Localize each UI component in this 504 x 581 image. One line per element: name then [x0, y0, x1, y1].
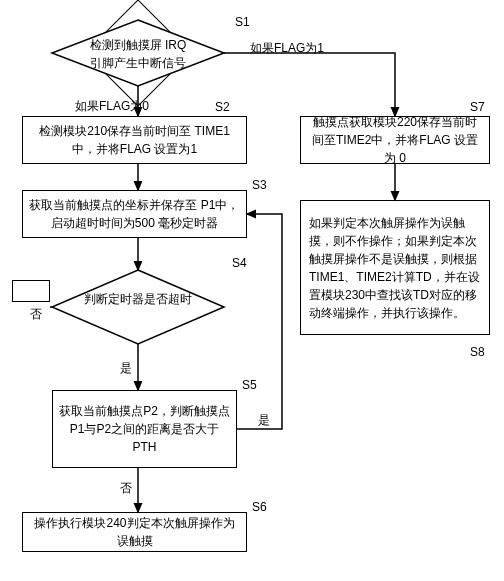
label-s5: S5	[242, 378, 257, 392]
label-s3: S3	[252, 178, 267, 192]
node-s4-diamond: 判断定时器是否超时	[48, 268, 228, 346]
label-s8: S8	[470, 345, 485, 359]
node-s7: 触摸点获取模块220保存当前时间至TIME2中，并将FLAG 设置为 0	[300, 116, 490, 164]
branch-s5-no: 否	[120, 480, 132, 497]
branch-s4-no: 否	[30, 306, 42, 323]
node-s2-text: 检测模块210保存当前时间至 TIME1中，并将FLAG 设置为1	[29, 122, 240, 158]
branch-flag0: 如果FLAG为0	[75, 98, 149, 115]
node-s6: 操作执行模块240判定本次触屏操作为误触摸	[22, 512, 247, 552]
node-s3: 获取当前触摸点的坐标并保存至 P1中，启动超时时间为500 毫秒定时器	[22, 190, 247, 238]
node-s7-text: 触摸点获取模块220保存当前时间至TIME2中，并将FLAG 设置为 0	[307, 113, 483, 167]
node-s5-text: 获取当前触摸点P2，判断触摸点P1与P2之间的距离是否大于PTH	[59, 402, 230, 456]
label-s4: S4	[232, 256, 247, 270]
branch-s4-yes: 是	[120, 360, 132, 377]
label-s1: S1	[235, 15, 250, 29]
node-s3-text: 获取当前触摸点的坐标并保存至 P1中，启动超时时间为500 毫秒定时器	[29, 196, 240, 232]
label-s7: S7	[470, 100, 485, 114]
node-s2: 检测模块210保存当前时间至 TIME1中，并将FLAG 设置为1	[22, 116, 247, 164]
branch-s5-yes: 是	[258, 412, 270, 429]
node-s1-text: 检测到触摸屏 IRQ引脚产生中断信号	[68, 36, 208, 72]
label-s2: S2	[215, 100, 230, 114]
branch-flag1: 如果FLAG为1	[250, 40, 324, 57]
node-s8-text: 如果判定本次触屏操作为误触摸，则不作操作；如果判定本次触摸屏操作不是误触摸，则根…	[309, 214, 481, 322]
loop-indicator	[12, 280, 50, 302]
node-s4-text: 判断定时器是否超时	[68, 290, 208, 308]
label-s6: S6	[252, 500, 267, 514]
node-s5: 获取当前触摸点P2，判断触摸点P1与P2之间的距离是否大于PTH	[52, 390, 237, 468]
node-s1-diamond: 检测到触摸屏 IRQ引脚产生中断信号	[48, 18, 228, 88]
node-s6-text: 操作执行模块240判定本次触屏操作为误触摸	[29, 514, 240, 550]
node-s8: 如果判定本次触屏操作为误触摸，则不作操作；如果判定本次触摸屏操作不是误触摸，则根…	[300, 200, 490, 335]
